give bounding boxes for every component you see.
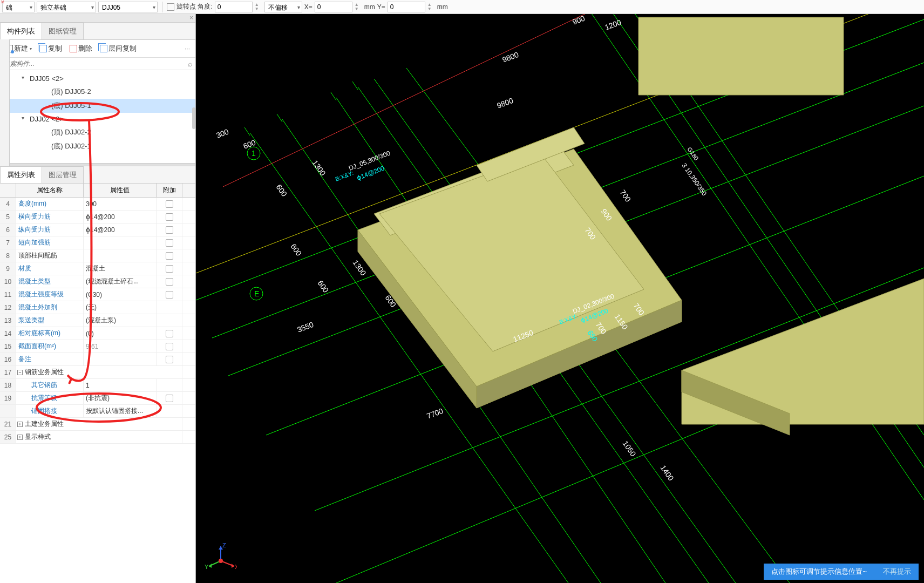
prop-seismic-grade[interactable]: 19 抗震等级 (非抗震) [0, 392, 195, 405]
property-row[interactable]: 8顶部柱间配筋 [0, 249, 195, 262]
svg-text:3 10,350/350: 3 10,350/350 [681, 162, 709, 198]
svg-text:1050: 1050 [621, 439, 638, 458]
copy-button[interactable]: 复制 [36, 42, 65, 55]
prop-check[interactable] [166, 356, 173, 363]
panel-close-bar[interactable]: × [0, 14, 195, 23]
svg-text:B:X&Y:: B:X&Y: [334, 170, 354, 182]
prop-check[interactable] [166, 330, 173, 337]
header-name: 属性名称 [16, 184, 84, 197]
group-rebar-props[interactable]: 17 −钢筋业务属性 [0, 366, 195, 379]
property-row[interactable]: 7短向加强筋 [0, 236, 195, 249]
svg-point-75 [219, 559, 223, 563]
x-label: X= [304, 3, 312, 11]
svg-text:9800: 9800 [495, 96, 514, 110]
tab-property-list[interactable]: 属性列表 [0, 166, 42, 183]
tree-node-djj05-1[interactable]: (底) DJJ05-1 [0, 99, 195, 113]
tree-scrollbar[interactable] [192, 107, 195, 129]
tree-node-djj02-2[interactable]: (顶) DJJ02-2 [0, 125, 195, 139]
prop-check[interactable] [166, 213, 173, 221]
prop-check[interactable] [166, 226, 173, 234]
rotation-label: 旋转点 角度: [176, 2, 213, 11]
prop-check[interactable] [166, 278, 173, 286]
svg-text:700: 700 [619, 188, 633, 204]
delete-icon [70, 45, 77, 52]
rotation-input[interactable] [215, 2, 253, 12]
prop-check[interactable] [166, 200, 173, 208]
prop-check[interactable] [166, 291, 173, 299]
combo-component[interactable]: DJJ05 [98, 2, 158, 12]
prop-check[interactable] [166, 265, 173, 273]
combo-category[interactable]: 础 [2, 2, 35, 12]
svg-text:Y: Y [205, 564, 209, 570]
tip-text: 点击图标可调节提示信息位置~ [771, 567, 867, 577]
prop-check[interactable] [166, 343, 173, 350]
y-unit: mm [437, 3, 448, 11]
property-row[interactable]: 12混凝土外加剂(无) [0, 301, 195, 314]
svg-text:600: 600 [289, 242, 304, 257]
svg-text:DJ_05,300/300: DJ_05,300/300 [348, 149, 391, 172]
svg-line-16 [277, 114, 282, 122]
prop-check[interactable] [166, 239, 173, 247]
copy-icon [39, 45, 47, 52]
tree-node-djj02-1[interactable]: (底) DJJ02-1 [0, 139, 195, 153]
property-grid: 属性名称 属性值 附加 4高度(mm)3005横向受力筋ϕ14@2006纵向受力… [0, 184, 195, 583]
y-spinner[interactable]: ▲▼ [427, 3, 435, 11]
top-toolbar: 础 独立基础 DJJ05 旋转点 角度: ▲▼ 不偏移 X= ▲▼ mm Y= … [0, 0, 924, 14]
tab-component-list[interactable]: 构件列表 [0, 23, 42, 39]
rotation-checkbox[interactable] [167, 3, 174, 11]
property-row[interactable]: 13泵送类型(混凝土泵) [0, 314, 195, 327]
svg-text:900: 900 [571, 14, 586, 26]
svg-line-15 [244, 127, 250, 135]
search-row: ⌕ [0, 58, 195, 70]
property-header: 属性名称 属性值 附加 [0, 184, 195, 198]
toolbar-more[interactable]: ··· [181, 45, 193, 52]
svg-text:X: X [235, 564, 237, 570]
search-icon[interactable]: ⌕ [188, 59, 192, 68]
prop-check[interactable] [166, 395, 173, 402]
property-row[interactable]: 5横向受力筋ϕ14@200 [0, 211, 195, 223]
layer-copy-button[interactable]: 层间复制 [97, 42, 140, 55]
prop-other-rebar[interactable]: 18 其它钢筋 1 [0, 379, 195, 392]
delete-button[interactable]: 删除 [66, 42, 96, 55]
svg-text:1300: 1300 [311, 159, 328, 178]
property-row[interactable]: 14相对底标高(m)(0) [0, 327, 195, 340]
combo-offset[interactable]: 不偏移 [264, 2, 302, 12]
property-row[interactable]: 4高度(mm)300 [0, 198, 195, 211]
property-row[interactable]: 11混凝土强度等级(C30) [0, 288, 195, 301]
group-display-style[interactable]: 25 +显示样式 [0, 431, 195, 444]
expand-icon[interactable]: + [17, 422, 23, 427]
combo-type[interactable]: 独立基础 [37, 2, 96, 12]
property-row[interactable]: 9材质混凝土 [0, 262, 195, 275]
svg-text:Z: Z [222, 542, 226, 548]
rotation-spinner[interactable]: ▲▼ [255, 3, 262, 11]
component-tree: DJJ05 <2> (顶) DJJ05-2 (底) DJJ05-1 DJJ02 … [0, 70, 195, 163]
tab-drawing-mgmt[interactable]: 图纸管理 [42, 23, 84, 39]
prop-anchor-lap[interactable]: 锚固搭接 按默认认锚固搭接... [0, 405, 195, 418]
x-unit: mm [364, 3, 375, 11]
layer-copy-icon [100, 45, 107, 52]
component-toolbar: 新建▾ 复制 删除 层间复制 ··· [0, 40, 195, 58]
tip-dismiss[interactable]: 不再提示 [883, 567, 911, 577]
property-row[interactable]: 16备注 [0, 353, 195, 366]
property-row[interactable]: 6纵向受力筋ϕ14@200 [0, 223, 195, 236]
footer-tip[interactable]: 点击图标可调节提示信息位置~ 不再提示 [764, 564, 919, 580]
y-input[interactable] [388, 2, 425, 12]
axis-gizmo[interactable]: X Y Z [205, 542, 237, 574]
svg-text:600: 600 [316, 279, 331, 294]
group-civil-props[interactable]: 21 +土建业务属性 [0, 418, 195, 431]
x-input[interactable] [315, 2, 352, 12]
header-value: 属性值 [84, 184, 157, 197]
x-spinner[interactable]: ▲▼ [355, 3, 362, 11]
tree-node-djj05[interactable]: DJJ05 <2> [0, 72, 195, 85]
tree-node-djj05-2[interactable]: (顶) DJJ05-2 [0, 85, 195, 99]
tab-layer-mgmt[interactable]: 图层管理 [42, 166, 84, 183]
header-extra: 附加 [157, 184, 182, 197]
collapse-icon[interactable]: − [17, 370, 23, 375]
search-input[interactable] [3, 60, 188, 67]
expand-icon[interactable]: + [17, 435, 23, 440]
prop-check[interactable] [166, 252, 173, 260]
tree-node-djj02[interactable]: DJJ02 <2> [0, 113, 195, 125]
property-row[interactable]: 15截面面积(m²)9.61 [0, 340, 195, 353]
property-row[interactable]: 10混凝土类型(现浇混凝土碎石... [0, 275, 195, 288]
viewport-3d[interactable]: 900 1200 9800 9800 300 600 600 1300 600 … [196, 14, 924, 583]
